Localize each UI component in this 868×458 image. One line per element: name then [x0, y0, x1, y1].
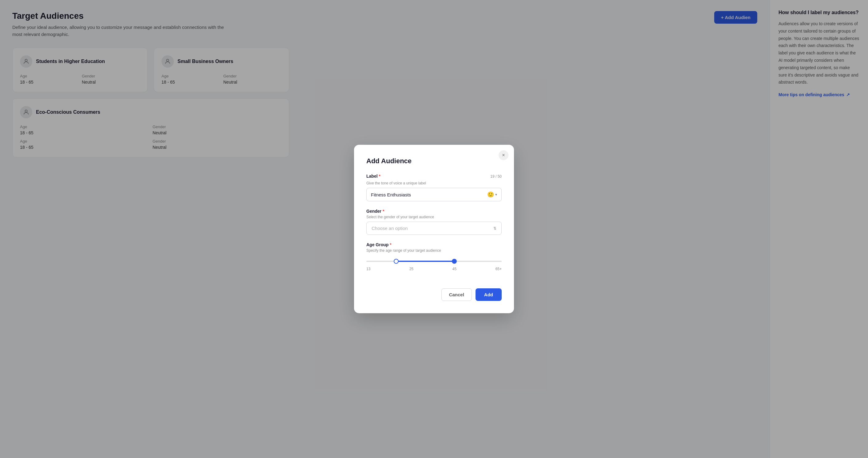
label-row: Label * 19 / 50 [366, 174, 502, 180]
label-char-count: 19 / 50 [490, 174, 502, 178]
cancel-button[interactable]: Cancel [441, 288, 472, 301]
modal-title: Add Audience [366, 157, 502, 165]
gender-select[interactable]: Choose an option ⇅ [366, 222, 502, 235]
age-group-form-group: Age Group * Specify the age range of you… [366, 242, 502, 279]
gender-chevron-icon: ⇅ [493, 226, 496, 231]
emoji-picker-icon[interactable]: 🙂 ▾ [487, 191, 497, 198]
modal-footer: Cancel Add [366, 288, 502, 301]
slider-max-label: 65+ [496, 267, 502, 271]
label-input[interactable] [371, 192, 487, 197]
slider-min-label: 13 [366, 267, 370, 271]
gender-select-placeholder: Choose an option [372, 226, 408, 231]
slider-mark1-label: 25 [409, 267, 413, 271]
add-audience-modal: × Add Audience Label * 19 / 50 Give the … [354, 145, 514, 313]
slider-thumb-right[interactable] [452, 259, 457, 264]
modal-close-button[interactable]: × [499, 150, 508, 160]
slider-labels: 13 25 45 65+ [366, 267, 502, 271]
modal-overlay[interactable]: × Add Audience Label * 19 / 50 Give the … [0, 0, 868, 458]
gender-form-group: Gender * Select the gender of your targe… [366, 209, 502, 235]
label-field-label: Label * [366, 174, 380, 178]
age-group-field-label: Age Group * [366, 242, 502, 247]
add-button[interactable]: Add [475, 288, 502, 301]
gender-hint: Select the gender of your target audienc… [366, 215, 502, 219]
label-hint: Give the tone of voice a unique label [366, 181, 502, 185]
slider-mark2-label: 45 [453, 267, 457, 271]
slider-fill [396, 261, 454, 262]
age-group-hint: Specify the age range of your target aud… [366, 249, 502, 253]
gender-field-label: Gender * [366, 209, 502, 214]
slider-track [366, 261, 502, 262]
label-form-group: Label * 19 / 50 Give the tone of voice a… [366, 174, 502, 201]
chevron-down-icon: ▾ [495, 192, 497, 197]
slider-thumb-left[interactable] [394, 259, 399, 264]
age-range-slider[interactable]: 13 25 45 65+ [366, 255, 502, 279]
label-input-row: 🙂 ▾ [366, 188, 502, 201]
